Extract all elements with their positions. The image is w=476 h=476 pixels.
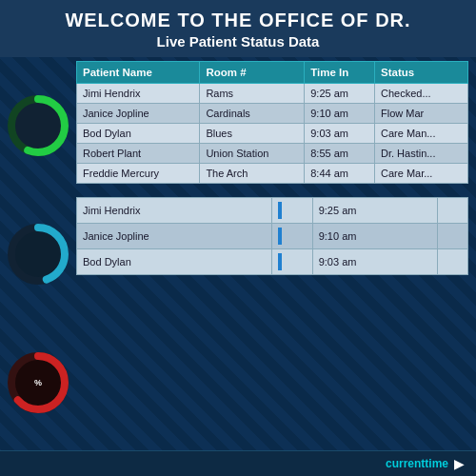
- page-wrapper: WELCOME TO THE OFFICE OF DR. Live Patien…: [0, 0, 476, 476]
- secondary-bar-cell: [272, 249, 312, 275]
- secondary-row: Janice Jopline9:10 am: [77, 224, 468, 249]
- col-room: Room #: [200, 62, 305, 84]
- secondary-time: 9:25 am: [312, 198, 437, 224]
- secondary-name: Janice Jopline: [77, 224, 272, 249]
- footer: currenttime ▶: [0, 450, 476, 476]
- footer-arrow: ▶: [454, 456, 465, 471]
- secondary-row: Bod Dylan9:03 am: [77, 249, 468, 275]
- table-cell-room: Blues: [200, 124, 305, 144]
- table-cell-room: Rams: [200, 84, 305, 104]
- secondary-empty: [437, 198, 467, 224]
- table-cell-timeIn: 9:10 am: [305, 104, 375, 124]
- status-bar: [278, 202, 282, 219]
- gauge-1: [6, 93, 70, 158]
- table-row: Jimi HendrixRams9:25 amChecked...: [77, 84, 468, 104]
- secondary-table: Jimi Hendrix9:25 amJanice Jopline9:10 am…: [76, 197, 468, 275]
- gauges-panel: %: [0, 57, 76, 450]
- footer-label: currenttime: [386, 457, 448, 470]
- col-patient-name: Patient Name: [77, 62, 200, 84]
- secondary-time: 9:03 am: [312, 249, 437, 275]
- table-area: Patient Name Room # Time In Status Jimi …: [76, 57, 476, 450]
- secondary-empty: [437, 224, 467, 249]
- table-cell-status: Flow Mar: [375, 104, 468, 124]
- secondary-row: Jimi Hendrix9:25 am: [77, 198, 468, 224]
- secondary-name: Jimi Hendrix: [77, 198, 272, 224]
- secondary-bar-cell: [272, 224, 312, 249]
- page-subtitle: Live Patient Status Data: [15, 33, 461, 50]
- table-cell-name: Jimi Hendrix: [77, 84, 200, 104]
- table-cell-timeIn: 8:55 am: [305, 144, 375, 164]
- status-bar: [278, 253, 282, 270]
- table-header-row: Patient Name Room # Time In Status: [77, 62, 468, 84]
- table-cell-status: Care Man...: [375, 124, 468, 144]
- table-cell-name: Janice Jopline: [77, 104, 200, 124]
- table-row: Freddie MercuryThe Arch8:44 amCare Mar..…: [77, 164, 468, 184]
- patient-table: Patient Name Room # Time In Status Jimi …: [76, 61, 468, 184]
- table-cell-name: Freddie Mercury: [77, 164, 200, 184]
- table-cell-room: Cardinals: [200, 104, 305, 124]
- col-time-in: Time In: [305, 62, 375, 84]
- header: WELCOME TO THE OFFICE OF DR. Live Patien…: [0, 0, 476, 57]
- secondary-empty: [437, 249, 467, 275]
- table-cell-room: The Arch: [200, 164, 305, 184]
- gauge-3: %: [6, 350, 70, 415]
- main-content: % Patient Name Room # Time In Status Jim…: [0, 57, 476, 450]
- col-status: Status: [375, 62, 468, 84]
- table-cell-status: Care Mar...: [375, 164, 468, 184]
- status-bar: [278, 228, 282, 245]
- secondary-name: Bod Dylan: [77, 249, 272, 275]
- table-cell-timeIn: 9:03 am: [305, 124, 375, 144]
- table-cell-room: Union Station: [200, 144, 305, 164]
- table-cell-status: Checked...: [375, 84, 468, 104]
- table-row: Bod DylanBlues9:03 amCare Man...: [77, 124, 468, 144]
- secondary-time: 9:10 am: [312, 224, 437, 249]
- gauge-2: [6, 222, 70, 287]
- secondary-bar-cell: [272, 198, 312, 224]
- table-cell-status: Dr. Hastin...: [375, 144, 468, 164]
- table-cell-timeIn: 9:25 am: [305, 84, 375, 104]
- page-title: WELCOME TO THE OFFICE OF DR.: [15, 10, 461, 31]
- table-cell-name: Robert Plant: [77, 144, 200, 164]
- gauge-3-label: %: [34, 378, 42, 387]
- table-cell-name: Bod Dylan: [77, 124, 200, 144]
- table-cell-timeIn: 8:44 am: [305, 164, 375, 184]
- table-row: Robert PlantUnion Station8:55 amDr. Hast…: [77, 144, 468, 164]
- table-row: Janice JoplineCardinals9:10 amFlow Mar: [77, 104, 468, 124]
